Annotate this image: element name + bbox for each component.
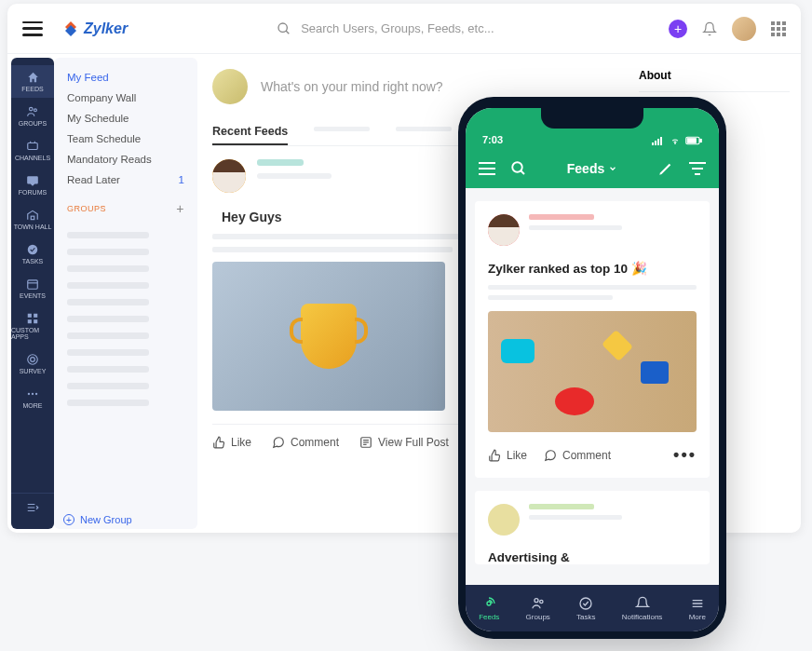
menu-icon[interactable] (22, 21, 43, 36)
nav-feeds[interactable]: FEEDS (11, 65, 54, 98)
svg-rect-29 (652, 142, 654, 145)
svg-point-40 (512, 162, 522, 172)
mobile-author-avatar[interactable] (488, 504, 520, 536)
svg-point-48 (580, 598, 591, 609)
svg-point-33 (675, 143, 676, 144)
mobile-search-icon[interactable] (510, 160, 527, 177)
nav-survey[interactable]: SURVEY (11, 347, 54, 380)
add-group-icon[interactable]: + (176, 201, 184, 216)
mobile-post: Zylker ranked as top 10 🎉 Like Comment •… (475, 201, 710, 478)
svg-rect-32 (660, 137, 662, 145)
post-author-avatar[interactable] (212, 159, 246, 193)
composer-placeholder: What's on your mind right now? (261, 79, 443, 94)
search-icon (277, 21, 291, 36)
group-placeholder (67, 349, 149, 356)
nav-forums[interactable]: FORUMS (11, 169, 54, 201)
tab-recent-feeds[interactable]: Recent Feeds (212, 119, 288, 145)
svg-point-17 (28, 355, 38, 365)
view-full-post-button[interactable]: View Full Post (359, 436, 449, 449)
svg-point-2 (278, 23, 287, 32)
mobile-comment-button[interactable]: Comment (544, 449, 611, 462)
group-placeholder (67, 316, 149, 322)
group-placeholder (67, 249, 149, 255)
nav-tasks[interactable]: TASKS (11, 237, 54, 270)
svg-point-20 (32, 393, 34, 395)
nav-events[interactable]: EVENTS (11, 272, 54, 305)
mobile-nav-more[interactable]: More (689, 596, 706, 621)
mobile-nav-groups[interactable]: Groups (526, 596, 550, 621)
filter-icon[interactable] (689, 162, 706, 175)
side-my-schedule[interactable]: My Schedule (67, 108, 184, 129)
svg-rect-13 (28, 314, 32, 318)
svg-rect-11 (28, 280, 38, 289)
mobile-more-button[interactable]: ••• (673, 445, 697, 465)
svg-rect-15 (28, 319, 32, 323)
author-placeholder (257, 159, 304, 166)
text-placeholder (488, 285, 697, 290)
mobile-nav-feeds[interactable]: Feeds (479, 596, 499, 621)
mobile-post-title: Zylker ranked as top 10 🎉 (488, 261, 697, 276)
mobile-author-avatar[interactable] (488, 214, 520, 246)
compose-icon[interactable] (657, 160, 674, 177)
svg-point-10 (28, 245, 38, 255)
svg-point-47 (539, 600, 542, 603)
text-placeholder (212, 247, 453, 252)
side-groups-header: GROUPS+ (67, 190, 184, 222)
like-button[interactable]: Like (212, 436, 251, 449)
trophy-icon (301, 304, 357, 369)
nav-groups[interactable]: GROUPS (11, 100, 54, 132)
comment-button[interactable]: Comment (272, 436, 339, 449)
svg-point-21 (35, 393, 37, 395)
group-placeholder (67, 332, 149, 339)
mobile-post-2-title: Advertising & (488, 550, 697, 564)
tab-placeholder (396, 127, 452, 131)
user-avatar[interactable] (732, 17, 756, 41)
create-button[interactable]: + (669, 20, 687, 38)
chevron-down-icon (608, 164, 617, 173)
svg-point-4 (30, 107, 34, 111)
svg-point-46 (535, 598, 538, 602)
group-placeholder (67, 265, 149, 272)
svg-rect-36 (700, 140, 702, 142)
side-team-schedule[interactable]: Team Schedule (67, 129, 184, 149)
nav-collapse[interactable] (11, 493, 54, 522)
nav-townhall[interactable]: TOWN HALL (11, 203, 54, 236)
phone-screen: 7:03 Feeds (466, 108, 719, 631)
mobile-mockup: 7:03 Feeds (458, 97, 726, 639)
status-icons (652, 136, 702, 145)
mobile-post-2: Advertising & (475, 491, 710, 564)
mobile-header: Feeds (466, 149, 719, 188)
meta-placeholder (257, 173, 332, 179)
top-actions: + (669, 17, 786, 41)
side-mandatory-reads[interactable]: Mandatory Reads (67, 149, 184, 170)
mobile-like-button[interactable]: Like (488, 449, 527, 462)
search-input[interactable]: Search Users, Groups, Feeds, etc... (277, 21, 575, 36)
svg-point-18 (31, 358, 35, 362)
side-read-later[interactable]: Read Later1 (67, 170, 184, 190)
notifications-icon[interactable] (702, 20, 717, 37)
mobile-menu-icon[interactable] (479, 162, 495, 175)
mobile-post-header (488, 214, 697, 246)
meta-placeholder (529, 225, 622, 230)
text-placeholder (488, 295, 613, 300)
svg-rect-6 (28, 143, 38, 150)
side-my-feed[interactable]: My Feed (67, 67, 184, 88)
apps-icon[interactable] (771, 21, 786, 36)
svg-rect-35 (687, 139, 696, 143)
mobile-body: Zylker ranked as top 10 🎉 Like Comment •… (466, 188, 719, 585)
side-company-wall[interactable]: Company Wall (67, 88, 184, 108)
nav-more[interactable]: MORE (11, 382, 54, 414)
group-placeholder (67, 282, 149, 289)
nav-custom-apps[interactable]: CUSTOM APPS (11, 306, 54, 346)
group-placeholder (67, 232, 149, 238)
brand-logo[interactable]: Zylker (61, 20, 128, 38)
mobile-nav-notifications[interactable]: Notifications (622, 596, 663, 621)
mobile-title[interactable]: Feeds (567, 161, 617, 176)
group-placeholder (67, 366, 149, 373)
nav-channels[interactable]: CHANNELS (11, 134, 54, 167)
wifi-icon (669, 136, 682, 145)
new-group-button[interactable]: + New Group (63, 514, 132, 525)
mobile-post-image (488, 311, 697, 432)
svg-point-19 (28, 393, 30, 395)
mobile-nav-tasks[interactable]: Tasks (576, 596, 595, 621)
